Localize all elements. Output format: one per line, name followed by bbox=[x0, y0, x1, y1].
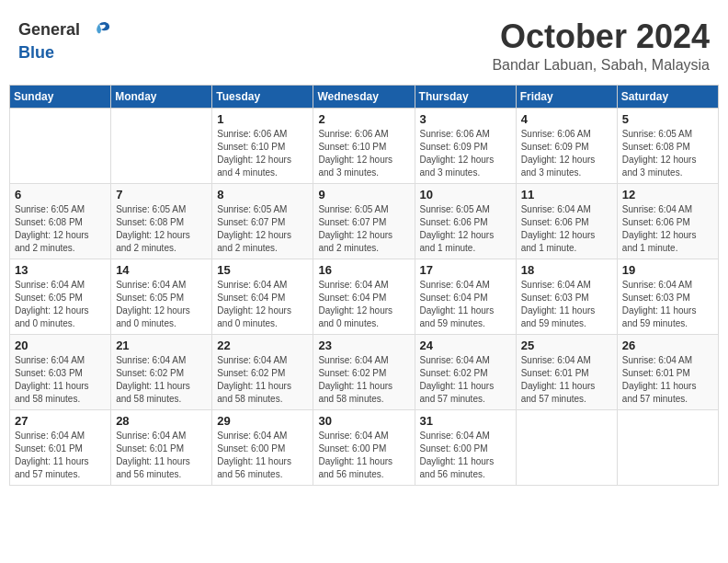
day-number: 28 bbox=[116, 414, 207, 428]
day-info: Sunrise: 6:04 AM Sunset: 6:01 PM Dayligh… bbox=[116, 430, 207, 481]
day-number: 20 bbox=[15, 339, 106, 352]
day-info: Sunrise: 6:04 AM Sunset: 6:06 PM Dayligh… bbox=[622, 203, 713, 255]
day-number: 16 bbox=[318, 263, 409, 277]
calendar-cell: 10Sunrise: 6:05 AM Sunset: 6:06 PM Dayli… bbox=[415, 183, 516, 259]
calendar-cell: 23Sunrise: 6:04 AM Sunset: 6:02 PM Dayli… bbox=[313, 334, 415, 409]
calendar-cell: 18Sunrise: 6:04 AM Sunset: 6:03 PM Dayli… bbox=[516, 259, 617, 334]
calendar-cell: 11Sunrise: 6:04 AM Sunset: 6:06 PM Dayli… bbox=[516, 183, 617, 259]
weekday-header-saturday: Saturday bbox=[617, 85, 718, 108]
day-info: Sunrise: 6:06 AM Sunset: 6:10 PM Dayligh… bbox=[217, 128, 308, 179]
day-info: Sunrise: 6:04 AM Sunset: 6:04 PM Dayligh… bbox=[318, 279, 409, 330]
day-info: Sunrise: 6:05 AM Sunset: 6:08 PM Dayligh… bbox=[15, 203, 106, 255]
day-number: 6 bbox=[15, 188, 106, 201]
calendar-week-3: 13Sunrise: 6:04 AM Sunset: 6:05 PM Dayli… bbox=[10, 259, 719, 334]
weekday-header-sunday: Sunday bbox=[10, 85, 111, 108]
calendar-week-2: 6Sunrise: 6:05 AM Sunset: 6:08 PM Daylig… bbox=[10, 183, 719, 259]
day-number: 5 bbox=[622, 112, 713, 126]
calendar-cell: 1Sunrise: 6:06 AM Sunset: 6:10 PM Daylig… bbox=[212, 108, 313, 183]
day-number: 17 bbox=[420, 263, 511, 277]
calendar-cell bbox=[516, 409, 617, 485]
day-info: Sunrise: 6:04 AM Sunset: 6:02 PM Dayligh… bbox=[318, 354, 409, 406]
day-info: Sunrise: 6:05 AM Sunset: 6:07 PM Dayligh… bbox=[217, 203, 308, 255]
day-number: 29 bbox=[217, 414, 308, 428]
calendar-cell: 8Sunrise: 6:05 AM Sunset: 6:07 PM Daylig… bbox=[212, 183, 313, 259]
calendar-week-4: 20Sunrise: 6:04 AM Sunset: 6:03 PM Dayli… bbox=[10, 334, 719, 409]
calendar-cell: 16Sunrise: 6:04 AM Sunset: 6:04 PM Dayli… bbox=[313, 259, 415, 334]
day-number: 2 bbox=[318, 112, 409, 126]
calendar-cell: 17Sunrise: 6:04 AM Sunset: 6:04 PM Dayli… bbox=[415, 259, 516, 334]
calendar-cell: 19Sunrise: 6:04 AM Sunset: 6:03 PM Dayli… bbox=[617, 259, 718, 334]
day-number: 3 bbox=[420, 112, 511, 126]
calendar-cell bbox=[617, 409, 718, 485]
day-info: Sunrise: 6:05 AM Sunset: 6:08 PM Dayligh… bbox=[116, 203, 207, 255]
day-number: 8 bbox=[217, 188, 308, 201]
weekday-header-tuesday: Tuesday bbox=[212, 85, 313, 108]
day-info: Sunrise: 6:04 AM Sunset: 6:00 PM Dayligh… bbox=[420, 430, 511, 481]
calendar-cell: 3Sunrise: 6:06 AM Sunset: 6:09 PM Daylig… bbox=[415, 108, 516, 183]
calendar-cell: 26Sunrise: 6:04 AM Sunset: 6:01 PM Dayli… bbox=[617, 334, 718, 409]
day-number: 30 bbox=[318, 414, 409, 428]
day-number: 9 bbox=[318, 188, 409, 201]
calendar-cell: 21Sunrise: 6:04 AM Sunset: 6:02 PM Dayli… bbox=[111, 334, 212, 409]
day-info: Sunrise: 6:06 AM Sunset: 6:09 PM Dayligh… bbox=[521, 128, 612, 179]
weekday-header-row: SundayMondayTuesdayWednesdayThursdayFrid… bbox=[10, 85, 719, 108]
calendar-cell: 25Sunrise: 6:04 AM Sunset: 6:01 PM Dayli… bbox=[516, 334, 617, 409]
day-info: Sunrise: 6:04 AM Sunset: 6:04 PM Dayligh… bbox=[420, 279, 511, 330]
day-info: Sunrise: 6:04 AM Sunset: 6:04 PM Dayligh… bbox=[217, 279, 308, 330]
day-info: Sunrise: 6:04 AM Sunset: 6:05 PM Dayligh… bbox=[15, 279, 106, 330]
calendar-cell: 15Sunrise: 6:04 AM Sunset: 6:04 PM Dayli… bbox=[212, 259, 313, 334]
calendar-cell: 30Sunrise: 6:04 AM Sunset: 6:00 PM Dayli… bbox=[313, 409, 415, 485]
calendar-cell: 9Sunrise: 6:05 AM Sunset: 6:07 PM Daylig… bbox=[313, 183, 415, 259]
calendar-cell: 31Sunrise: 6:04 AM Sunset: 6:00 PM Dayli… bbox=[415, 409, 516, 485]
day-info: Sunrise: 6:04 AM Sunset: 6:03 PM Dayligh… bbox=[622, 279, 713, 330]
day-info: Sunrise: 6:04 AM Sunset: 6:01 PM Dayligh… bbox=[622, 354, 713, 406]
day-number: 7 bbox=[116, 188, 207, 201]
day-number: 10 bbox=[420, 188, 511, 201]
day-info: Sunrise: 6:04 AM Sunset: 6:06 PM Dayligh… bbox=[521, 203, 612, 255]
calendar-cell: 22Sunrise: 6:04 AM Sunset: 6:02 PM Dayli… bbox=[212, 334, 313, 409]
logo: General Blue bbox=[18, 18, 112, 63]
day-number: 27 bbox=[15, 414, 106, 428]
calendar-cell: 5Sunrise: 6:05 AM Sunset: 6:08 PM Daylig… bbox=[617, 108, 718, 183]
day-info: Sunrise: 6:04 AM Sunset: 6:03 PM Dayligh… bbox=[521, 279, 612, 330]
day-info: Sunrise: 6:04 AM Sunset: 6:02 PM Dayligh… bbox=[420, 354, 511, 406]
day-number: 25 bbox=[521, 339, 612, 352]
weekday-header-monday: Monday bbox=[111, 85, 212, 108]
weekday-header-thursday: Thursday bbox=[415, 85, 516, 108]
calendar-week-5: 27Sunrise: 6:04 AM Sunset: 6:01 PM Dayli… bbox=[10, 409, 719, 485]
calendar-cell: 2Sunrise: 6:06 AM Sunset: 6:10 PM Daylig… bbox=[313, 108, 415, 183]
day-number: 1 bbox=[217, 112, 308, 126]
calendar-cell bbox=[111, 108, 212, 183]
day-number: 21 bbox=[116, 339, 207, 352]
title-area: October 2024 Bandar Labuan, Sabah, Malay… bbox=[492, 18, 710, 74]
day-number: 4 bbox=[521, 112, 612, 126]
calendar: SundayMondayTuesdayWednesdayThursdayFrid… bbox=[9, 85, 719, 486]
day-info: Sunrise: 6:04 AM Sunset: 6:00 PM Dayligh… bbox=[318, 430, 409, 481]
calendar-cell: 6Sunrise: 6:05 AM Sunset: 6:08 PM Daylig… bbox=[10, 183, 111, 259]
calendar-week-1: 1Sunrise: 6:06 AM Sunset: 6:10 PM Daylig… bbox=[10, 108, 719, 183]
day-info: Sunrise: 6:04 AM Sunset: 6:01 PM Dayligh… bbox=[521, 354, 612, 406]
location-title: Bandar Labuan, Sabah, Malaysia bbox=[492, 57, 710, 74]
logo-general: General bbox=[18, 18, 112, 44]
day-info: Sunrise: 6:04 AM Sunset: 6:02 PM Dayligh… bbox=[116, 354, 207, 406]
day-number: 12 bbox=[622, 188, 713, 201]
calendar-cell: 14Sunrise: 6:04 AM Sunset: 6:05 PM Dayli… bbox=[111, 259, 212, 334]
logo-bird-icon bbox=[86, 18, 112, 44]
month-title: October 2024 bbox=[492, 18, 710, 55]
day-info: Sunrise: 6:04 AM Sunset: 6:03 PM Dayligh… bbox=[15, 354, 106, 406]
calendar-cell: 4Sunrise: 6:06 AM Sunset: 6:09 PM Daylig… bbox=[516, 108, 617, 183]
day-info: Sunrise: 6:06 AM Sunset: 6:10 PM Dayligh… bbox=[318, 128, 409, 179]
calendar-cell: 27Sunrise: 6:04 AM Sunset: 6:01 PM Dayli… bbox=[10, 409, 111, 485]
day-info: Sunrise: 6:06 AM Sunset: 6:09 PM Dayligh… bbox=[420, 128, 511, 179]
day-info: Sunrise: 6:05 AM Sunset: 6:07 PM Dayligh… bbox=[318, 203, 409, 255]
calendar-cell: 20Sunrise: 6:04 AM Sunset: 6:03 PM Dayli… bbox=[10, 334, 111, 409]
day-number: 13 bbox=[15, 263, 106, 277]
day-info: Sunrise: 6:05 AM Sunset: 6:06 PM Dayligh… bbox=[420, 203, 511, 255]
calendar-cell bbox=[10, 108, 111, 183]
calendar-cell: 7Sunrise: 6:05 AM Sunset: 6:08 PM Daylig… bbox=[111, 183, 212, 259]
day-number: 14 bbox=[116, 263, 207, 277]
day-info: Sunrise: 6:05 AM Sunset: 6:08 PM Dayligh… bbox=[622, 128, 713, 179]
header: General Blue October 2024 Bandar Labuan,… bbox=[9, 9, 719, 79]
weekday-header-friday: Friday bbox=[516, 85, 617, 108]
day-number: 26 bbox=[622, 339, 713, 352]
